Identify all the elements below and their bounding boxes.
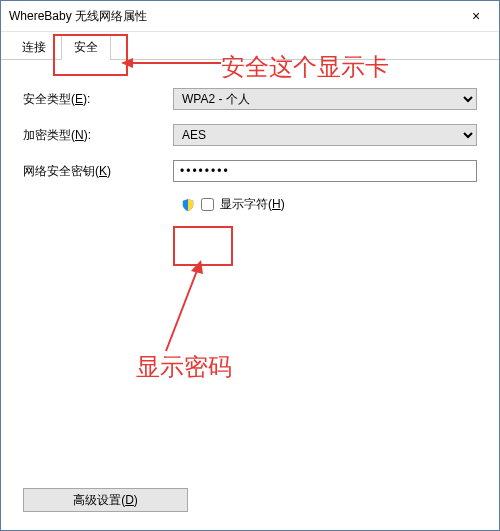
close-icon[interactable]: × <box>461 1 491 31</box>
content: 安全类型(E): WPA2 - 个人 加密类型(N): AES 网络安全密钥(K… <box>1 60 499 213</box>
security-type-select[interactable]: WPA2 - 个人 <box>173 88 477 110</box>
encryption-select[interactable]: AES <box>173 124 477 146</box>
tab-connect[interactable]: 连接 <box>9 34 59 60</box>
row-key: 网络安全密钥(K) <box>23 160 477 182</box>
key-label: 网络安全密钥(K) <box>23 163 173 180</box>
annotation-arrow-pwd <box>156 256 216 356</box>
row-show-chars: 显示字符(H) <box>181 196 477 213</box>
advanced-button[interactable]: 高级设置(D) <box>23 488 188 512</box>
shield-icon <box>181 198 195 212</box>
show-chars-label: 显示字符(H) <box>220 196 285 213</box>
window-title: WhereBaby 无线网络属性 <box>9 8 461 25</box>
show-chars-checkbox[interactable] <box>201 198 214 211</box>
security-type-label: 安全类型(E): <box>23 91 173 108</box>
titlebar: WhereBaby 无线网络属性 × <box>1 1 499 32</box>
svg-line-2 <box>166 268 198 351</box>
row-encryption: 加密类型(N): AES <box>23 124 477 146</box>
key-input[interactable] <box>173 160 477 182</box>
tabs: 连接 安全 <box>1 32 499 60</box>
annotation-box-checkbox <box>173 226 233 266</box>
row-security-type: 安全类型(E): WPA2 - 个人 <box>23 88 477 110</box>
tab-security[interactable]: 安全 <box>61 34 111 60</box>
svg-marker-3 <box>191 260 203 274</box>
annotation-text-pwd: 显示密码 <box>136 351 232 383</box>
encryption-label: 加密类型(N): <box>23 127 173 144</box>
window: WhereBaby 无线网络属性 × 连接 安全 安全类型(E): WPA2 -… <box>0 0 500 531</box>
